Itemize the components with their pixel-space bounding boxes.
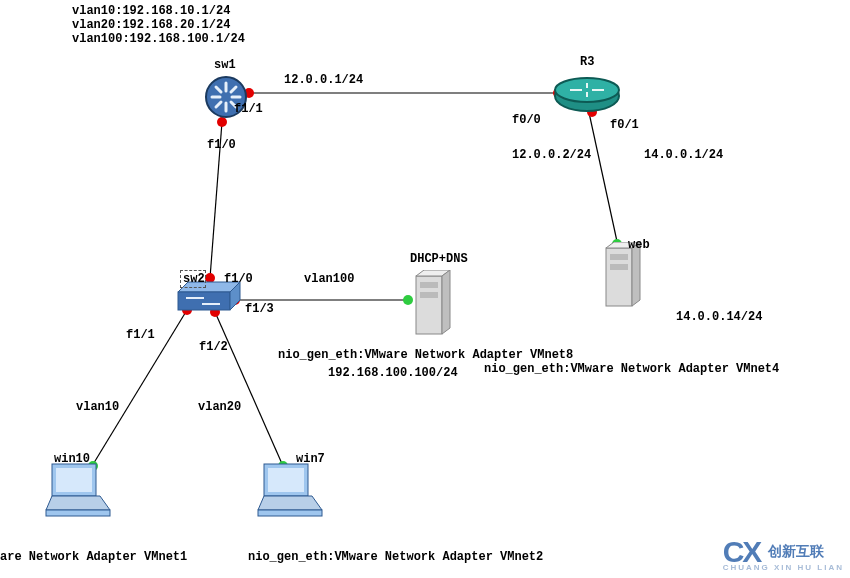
sw1-f10: f1/0 bbox=[207, 138, 236, 152]
vlan10-link: vlan10 bbox=[76, 400, 119, 414]
web-label: web bbox=[628, 238, 650, 252]
sw1-icon bbox=[202, 73, 250, 125]
svg-rect-49 bbox=[258, 510, 322, 516]
r3-f01: f0/1 bbox=[610, 118, 639, 132]
dhcp-label: DHCP+DNS bbox=[410, 252, 468, 266]
vlan10-header: vlan10:192.168.10.1/24 bbox=[72, 4, 230, 18]
svg-rect-28 bbox=[178, 292, 230, 310]
nio-vmnet4: nio_gen_eth:VMware Network Adapter VMnet… bbox=[484, 362, 779, 376]
svg-rect-36 bbox=[420, 292, 438, 298]
watermark-cn: 创新互联 bbox=[768, 543, 824, 559]
web-server-icon bbox=[594, 242, 650, 318]
net14-1: 14.0.0.1/24 bbox=[644, 148, 723, 162]
win7-pc-icon bbox=[256, 458, 332, 526]
sw1-f11: f1/1 bbox=[234, 102, 263, 116]
svg-rect-40 bbox=[610, 254, 628, 260]
link-sw2-win7 bbox=[215, 312, 283, 466]
net12-1: 12.0.0.1/24 bbox=[284, 73, 363, 87]
svg-rect-41 bbox=[610, 264, 628, 270]
r3-icon bbox=[552, 74, 622, 122]
dhcp-server-icon bbox=[404, 270, 460, 346]
net14-14: 14.0.0.14/24 bbox=[676, 310, 762, 324]
nio-vmnet2: nio_gen_eth:VMware Network Adapter VMnet… bbox=[248, 550, 543, 564]
sw2-f13: f1/3 bbox=[245, 302, 274, 316]
sw1-label: sw1 bbox=[214, 58, 236, 72]
sw2-f10: f1/0 bbox=[224, 272, 253, 286]
r3-f00: f0/0 bbox=[512, 113, 541, 127]
svg-rect-47 bbox=[268, 468, 304, 492]
vlan100-link: vlan100 bbox=[304, 272, 354, 286]
win10-pc-icon bbox=[44, 458, 120, 526]
svg-rect-35 bbox=[420, 282, 438, 288]
vlan20-header: vlan20:192.168.20.1/24 bbox=[72, 18, 230, 32]
win10-label: win10 bbox=[54, 452, 90, 466]
nio-vmnet1: are Network Adapter VMnet1 bbox=[0, 550, 187, 564]
win7-label: win7 bbox=[296, 452, 325, 466]
r3-label: R3 bbox=[580, 55, 594, 69]
dhcp-ip: 192.168.100.100/24 bbox=[328, 366, 458, 380]
vlan100-header: vlan100:192.168.100.1/24 bbox=[72, 32, 245, 46]
svg-marker-44 bbox=[46, 496, 110, 510]
watermark-py: CHUANG XIN HU LIAN bbox=[723, 563, 844, 572]
nio-vmnet8: nio_gen_eth:VMware Network Adapter VMnet… bbox=[278, 348, 573, 362]
svg-rect-45 bbox=[46, 510, 110, 516]
sw2-f12: f1/2 bbox=[199, 340, 228, 354]
svg-point-22 bbox=[555, 78, 619, 102]
svg-rect-43 bbox=[56, 468, 92, 492]
sw2-label: sw2 bbox=[183, 272, 205, 286]
net12-2: 12.0.0.2/24 bbox=[512, 148, 591, 162]
svg-marker-34 bbox=[442, 270, 450, 334]
vlan20-link: vlan20 bbox=[198, 400, 241, 414]
svg-marker-48 bbox=[258, 496, 322, 510]
watermark: CX 创新互联 CHUANG XIN HU LIAN bbox=[723, 535, 844, 572]
sw2-f11: f1/1 bbox=[126, 328, 155, 342]
